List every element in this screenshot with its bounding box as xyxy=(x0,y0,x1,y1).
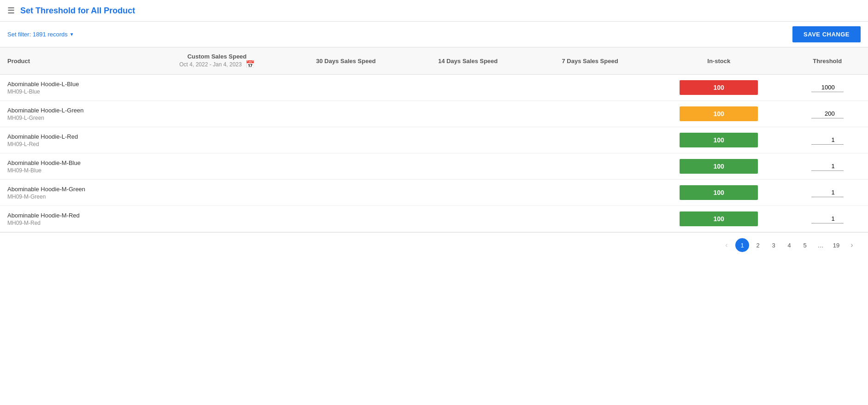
product-sku: MH09-L-Blue xyxy=(7,88,142,95)
product-name: Abominable Hoodie-L-Green xyxy=(7,107,142,114)
save-change-button[interactable]: SAVE CHANGE xyxy=(792,26,861,42)
30days-cell xyxy=(285,153,407,180)
table-row: Abominable Hoodie-M-Blue MH09-M-Blue 100 xyxy=(0,153,868,180)
pagination-next-button[interactable]: › xyxy=(845,238,859,252)
product-cell: Abominable Hoodie-L-Blue MH09-L-Blue xyxy=(0,75,149,101)
pagination-page-4[interactable]: 4 xyxy=(782,238,796,252)
threshold-input[interactable] xyxy=(811,188,844,197)
7days-cell xyxy=(529,101,651,127)
product-name: Abominable Hoodie-L-Red xyxy=(7,133,142,140)
filter-button[interactable]: Set filter: 1891 records ▼ xyxy=(7,31,74,38)
pagination-page-5[interactable]: 5 xyxy=(798,238,812,252)
product-table: Product Custom Sales Speed Oct 4, 2022 -… xyxy=(0,47,868,232)
7days-cell xyxy=(529,153,651,180)
instock-badge: 100 xyxy=(680,159,758,174)
product-cell: Abominable Hoodie-L-Green MH09-L-Green xyxy=(0,101,149,127)
table-row: Abominable Hoodie-L-Green MH09-L-Green 1… xyxy=(0,101,868,127)
col-header-custom-speed: Custom Sales Speed Oct 4, 2022 - Jan 4, … xyxy=(149,47,285,75)
pagination-page-1[interactable]: 1 xyxy=(735,238,749,252)
pagination-last-page[interactable]: 19 xyxy=(829,238,843,252)
threshold-input[interactable] xyxy=(811,109,844,118)
instock-badge: 100 xyxy=(680,80,758,95)
col-header-14days: 14 Days Sales Speed xyxy=(407,47,529,75)
threshold-input[interactable] xyxy=(811,83,844,92)
instock-cell: 100 xyxy=(651,153,786,180)
instock-cell: 100 xyxy=(651,101,786,127)
threshold-cell xyxy=(786,101,868,127)
custom-speed-cell xyxy=(149,206,285,232)
threshold-cell xyxy=(786,206,868,232)
instock-cell: 100 xyxy=(651,206,786,232)
table-row: Abominable Hoodie-L-Blue MH09-L-Blue 100 xyxy=(0,75,868,101)
pagination-prev-button[interactable]: ‹ xyxy=(720,238,733,252)
14days-cell xyxy=(407,153,529,180)
col-header-7days: 7 Days Sales Speed xyxy=(529,47,651,75)
product-cell: Abominable Hoodie-M-Blue MH09-M-Blue xyxy=(0,153,149,180)
threshold-input[interactable] xyxy=(811,162,844,171)
calendar-icon[interactable]: 📅 xyxy=(246,60,255,69)
pagination-ellipsis: … xyxy=(814,238,827,252)
instock-badge: 100 xyxy=(680,185,758,200)
14days-cell xyxy=(407,101,529,127)
product-name: Abominable Hoodie-M-Blue xyxy=(7,159,142,166)
custom-speed-cell xyxy=(149,127,285,153)
filter-chevron-icon: ▼ xyxy=(70,32,74,37)
custom-speed-cell xyxy=(149,75,285,101)
7days-cell xyxy=(529,180,651,206)
app-header: ☰ Set Threshold for All Product xyxy=(0,0,868,22)
table-row: Abominable Hoodie-M-Red MH09-M-Red 100 xyxy=(0,206,868,232)
col-header-instock: In-stock xyxy=(651,47,786,75)
threshold-input[interactable] xyxy=(811,135,844,145)
14days-cell xyxy=(407,127,529,153)
product-table-container: Product Custom Sales Speed Oct 4, 2022 -… xyxy=(0,47,868,232)
instock-cell: 100 xyxy=(651,180,786,206)
instock-badge: 100 xyxy=(680,133,758,147)
threshold-cell xyxy=(786,180,868,206)
product-name: Abominable Hoodie-L-Blue xyxy=(7,81,142,88)
product-sku: MH09-L-Red xyxy=(7,141,142,147)
menu-icon[interactable]: ☰ xyxy=(7,6,15,16)
custom-speed-cell xyxy=(149,180,285,206)
14days-cell xyxy=(407,206,529,232)
threshold-cell xyxy=(786,153,868,180)
product-sku: MH09-M-Green xyxy=(7,194,142,200)
7days-cell xyxy=(529,206,651,232)
threshold-cell xyxy=(786,75,868,101)
table-row: Abominable Hoodie-L-Red MH09-L-Red 100 xyxy=(0,127,868,153)
threshold-input[interactable] xyxy=(811,214,844,223)
product-sku: MH09-M-Blue xyxy=(7,167,142,174)
7days-cell xyxy=(529,75,651,101)
14days-cell xyxy=(407,180,529,206)
product-name: Abominable Hoodie-M-Green xyxy=(7,186,142,193)
instock-badge: 100 xyxy=(680,106,758,121)
30days-cell xyxy=(285,206,407,232)
14days-cell xyxy=(407,75,529,101)
30days-cell xyxy=(285,75,407,101)
table-header-row: Product Custom Sales Speed Oct 4, 2022 -… xyxy=(0,47,868,75)
custom-speed-cell xyxy=(149,153,285,180)
pagination-page-3[interactable]: 3 xyxy=(767,238,780,252)
page-title: Set Threshold for All Product xyxy=(20,6,135,16)
instock-cell: 100 xyxy=(651,127,786,153)
threshold-cell xyxy=(786,127,868,153)
product-sku: MH09-M-Red xyxy=(7,220,142,226)
pagination: ‹ 1 2 3 4 5 … 19 › xyxy=(0,232,868,258)
custom-speed-cell xyxy=(149,101,285,127)
instock-badge: 100 xyxy=(680,211,758,226)
product-name: Abominable Hoodie-M-Red xyxy=(7,212,142,219)
filter-label-text: Set filter: 1891 records xyxy=(7,31,68,38)
col-header-30days: 30 Days Sales Speed xyxy=(285,47,407,75)
30days-cell xyxy=(285,101,407,127)
col-header-threshold: Threshold xyxy=(786,47,868,75)
product-cell: Abominable Hoodie-M-Green MH09-M-Green xyxy=(0,180,149,206)
col-header-product: Product xyxy=(0,47,149,75)
pagination-page-2[interactable]: 2 xyxy=(751,238,765,252)
30days-cell xyxy=(285,127,407,153)
7days-cell xyxy=(529,127,651,153)
product-cell: Abominable Hoodie-M-Red MH09-M-Red xyxy=(0,206,149,232)
instock-cell: 100 xyxy=(651,75,786,101)
toolbar: Set filter: 1891 records ▼ SAVE CHANGE xyxy=(0,22,868,47)
product-cell: Abominable Hoodie-L-Red MH09-L-Red xyxy=(0,127,149,153)
product-sku: MH09-L-Green xyxy=(7,115,142,121)
table-row: Abominable Hoodie-M-Green MH09-M-Green 1… xyxy=(0,180,868,206)
